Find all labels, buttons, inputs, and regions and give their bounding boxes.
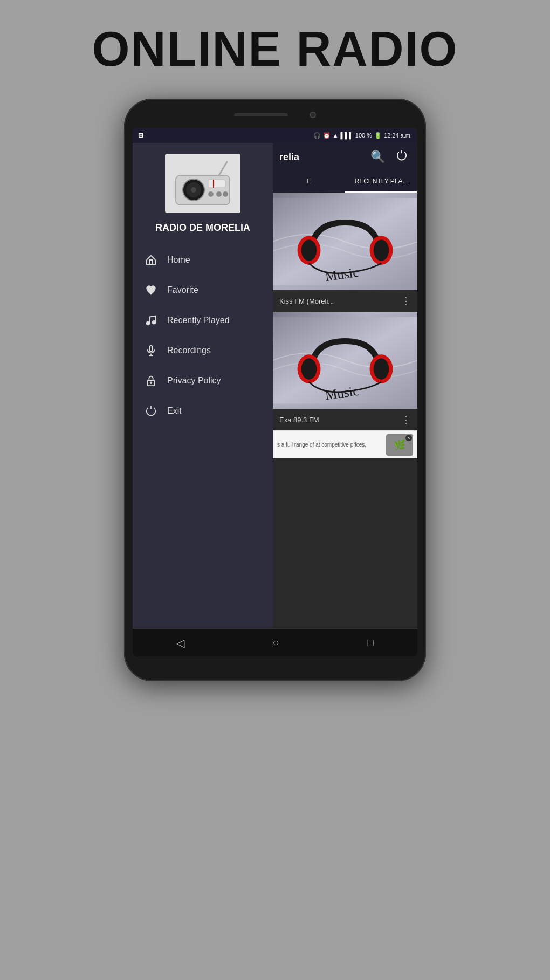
nav-back-button[interactable]: ◁ xyxy=(166,632,195,654)
svg-point-8 xyxy=(223,191,228,197)
heart-icon xyxy=(143,283,159,298)
sidebar-item-favorite[interactable]: Favorite xyxy=(133,275,273,305)
station-name-1: Kiss FM (Moreli... xyxy=(279,297,397,305)
page-title: ONLINE RADIO xyxy=(92,22,458,77)
svg-point-22 xyxy=(374,239,389,261)
station-info-1: Kiss FM (Moreli... ⋮ xyxy=(273,290,417,312)
sidebar-item-recordings-label: Recordings xyxy=(167,346,211,355)
power-button[interactable] xyxy=(393,146,411,168)
music-note-icon xyxy=(143,313,159,328)
wifi-icon: ▲ xyxy=(333,132,339,139)
microphone-icon xyxy=(143,343,159,358)
sidebar-item-home-label: Home xyxy=(167,255,190,265)
headphone-illustration-1: Music xyxy=(273,193,417,290)
sidebar-item-privacy-policy-label: Privacy Policy xyxy=(167,376,221,386)
ad-banner: s a full range of at competitive prices.… xyxy=(273,430,417,458)
drawer-app-name: RADIO DE MORELIA xyxy=(133,222,273,245)
sidebar-item-home[interactable]: Home xyxy=(133,245,273,275)
ad-close-button[interactable]: × xyxy=(405,435,412,441)
svg-point-11 xyxy=(147,322,150,325)
station-more-2[interactable]: ⋮ xyxy=(401,414,411,426)
tab-favorites[interactable]: E xyxy=(273,171,345,193)
main-content: relia 🔍 E RECENTLY PLA... xyxy=(273,143,417,628)
lock-icon xyxy=(143,373,159,388)
sidebar-item-favorite-label: Favorite xyxy=(167,285,198,295)
sidebar-item-privacy-policy[interactable]: Privacy Policy xyxy=(133,366,273,396)
phone-top-bar xyxy=(133,109,417,122)
station-card-1[interactable]: Music Kiss FM (Moreli... ⋮ xyxy=(273,193,417,312)
svg-rect-10 xyxy=(149,260,153,264)
home-icon xyxy=(143,252,159,268)
svg-point-3 xyxy=(191,187,196,193)
ad-image: 🌿 × xyxy=(386,434,413,456)
search-button[interactable]: 🔍 xyxy=(367,147,388,167)
svg-rect-13 xyxy=(149,346,153,352)
ad-text: s a full range of at competitive prices. xyxy=(277,441,382,449)
radio-svg-icon xyxy=(173,159,232,208)
station-info-2: Exa 89.3 FM ⋮ xyxy=(273,409,417,430)
phone-nav-bar: ◁ ○ □ xyxy=(133,628,417,656)
toolbar-title: relia xyxy=(279,152,363,163)
sidebar-item-recordings[interactable]: Recordings xyxy=(133,335,273,366)
nav-recents-button[interactable]: □ xyxy=(356,632,384,653)
sidebar-item-exit[interactable]: Exit xyxy=(133,396,273,426)
sidebar-item-exit-label: Exit xyxy=(167,406,182,416)
signal-icon: ▌▌▌ xyxy=(340,132,353,139)
status-left: 🖼 xyxy=(138,132,144,139)
status-right: 🎧 ⏰ ▲ ▌▌▌ 100 % 🔋 12:24 a.m. xyxy=(313,132,412,139)
station-image-1: Music xyxy=(273,193,417,290)
svg-point-7 xyxy=(216,191,222,197)
status-bar: 🖼 🎧 ⏰ ▲ ▌▌▌ 100 % 🔋 12:24 a.m. xyxy=(133,128,417,143)
time-display: 12:24 a.m. xyxy=(384,132,412,139)
headphones-icon: 🎧 xyxy=(313,132,321,139)
photo-icon: 🖼 xyxy=(138,132,144,139)
phone-speaker xyxy=(234,113,288,116)
svg-point-6 xyxy=(208,191,214,197)
station-image-2: Music xyxy=(273,312,417,409)
sidebar-item-recently-played-label: Recently Played xyxy=(167,316,230,325)
svg-point-26 xyxy=(301,358,317,379)
app-toolbar: relia 🔍 xyxy=(273,143,417,171)
battery-icon: 🔋 xyxy=(374,132,382,139)
station-name-2: Exa 89.3 FM xyxy=(279,416,397,424)
phone-bottom-bar xyxy=(133,656,417,665)
svg-rect-4 xyxy=(208,180,225,188)
navigation-drawer: RADIO DE MORELIA Ho xyxy=(133,143,273,628)
alarm-icon: ⏰ xyxy=(323,132,331,139)
svg-point-28 xyxy=(374,358,389,379)
phone-camera xyxy=(310,112,316,118)
headphone-illustration-2: Music xyxy=(273,312,417,409)
app-logo xyxy=(165,154,240,213)
power-icon xyxy=(143,403,159,419)
station-card-2[interactable]: Music Exa 89.3 FM ⋮ xyxy=(273,312,417,430)
station-more-1[interactable]: ⋮ xyxy=(401,295,411,307)
battery-text: 100 % xyxy=(355,132,372,139)
phone-shell: 🖼 🎧 ⏰ ▲ ▌▌▌ 100 % 🔋 12:24 a.m. xyxy=(124,99,426,681)
svg-point-17 xyxy=(150,382,152,384)
tabs-bar: E RECENTLY PLA... xyxy=(273,171,417,193)
nav-home-button[interactable]: ○ xyxy=(262,632,290,653)
tab-recently-played[interactable]: RECENTLY PLA... xyxy=(345,171,417,193)
drawer-menu: Home Favorite xyxy=(133,245,273,426)
phone-screen: 🖼 🎧 ⏰ ▲ ▌▌▌ 100 % 🔋 12:24 a.m. xyxy=(133,128,417,656)
stations-list: Music Kiss FM (Moreli... ⋮ xyxy=(273,193,417,628)
svg-point-12 xyxy=(153,321,156,324)
app-area: RADIO DE MORELIA Ho xyxy=(133,143,417,628)
svg-line-9 xyxy=(219,162,227,175)
sidebar-item-recently-played[interactable]: Recently Played xyxy=(133,305,273,335)
svg-point-20 xyxy=(301,239,317,261)
